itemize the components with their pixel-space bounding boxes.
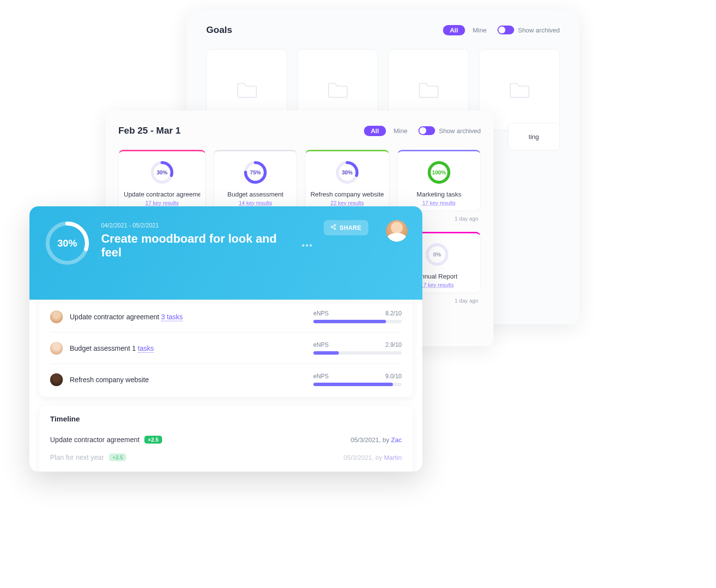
target-row: Budget assessment 1 tasks eNPS2.9/10 [50, 332, 402, 364]
tasks-link[interactable]: 3 tasks [161, 313, 183, 321]
detail-progress-pct: 30% [44, 220, 90, 266]
detail-header: 30% 04/2/2021 - 05/2/2021 Create moodboa… [29, 206, 422, 300]
share-button[interactable]: SHARE [324, 220, 368, 235]
target-label: Refresh company website [70, 376, 306, 384]
time-ago: 1 day ago [455, 216, 478, 222]
timeline-right: 05/3/2021, by Zac [351, 436, 402, 444]
progress-ring: 30% [335, 160, 359, 185]
key-results-link[interactable]: 22 key results [310, 200, 384, 206]
show-archived-toggle[interactable] [418, 126, 435, 135]
time-ago: 1 day ago [455, 298, 478, 304]
goal-row: 30% Update contractor agreemen 17 key re… [118, 150, 481, 211]
svg-point-11 [334, 224, 336, 226]
assignee-avatar[interactable] [50, 342, 63, 355]
key-results-link[interactable]: 17 key results [403, 200, 475, 206]
change-badge: +2.5 [109, 453, 127, 461]
target-label: Update contractor agreement 3 tasks [70, 313, 306, 321]
progress-ring: 75% [243, 160, 268, 185]
show-archived-label: Show archived [439, 127, 481, 135]
goal-detail-panel: 30% 04/2/2021 - 05/2/2021 Create moodboa… [29, 206, 422, 472]
timeline-left: Update contractor agreement +2.5 [50, 436, 162, 444]
svg-point-13 [334, 228, 336, 229]
goal-name: Marketing tasks [403, 191, 475, 198]
folder-icon [236, 81, 258, 99]
key-results-link[interactable]: 17 key results [124, 200, 200, 206]
timeline-left: Plan for next year +2.5 [50, 453, 126, 461]
timeline-date: 05/3/2021, by [351, 436, 389, 444]
partial-card-label: ting [529, 133, 539, 140]
progress-pct: 0% [425, 242, 449, 267]
detail-dates: 04/2/2021 - 05/2/2021 [101, 222, 313, 229]
goals-header: Goals All Mine Show archived [206, 25, 560, 35]
timeline-row: Plan for next year +2.5 05/3/2021, by Ma… [50, 448, 402, 466]
assignee-avatar[interactable] [50, 310, 63, 323]
filter-mine[interactable]: Mine [391, 126, 411, 136]
target-label: Budget assessment 1 tasks [70, 344, 306, 352]
timeline-label: Plan for next year [50, 453, 104, 461]
metric-label: eNPS [313, 373, 329, 380]
show-archived-toggle[interactable] [497, 26, 514, 34]
filter-all[interactable]: All [364, 126, 386, 136]
folder-icon [508, 81, 531, 99]
timeline-row: Update contractor agreement +2.5 05/3/20… [50, 431, 402, 448]
timeline-author[interactable]: Zac [391, 436, 402, 444]
timeline-author[interactable]: Martin [384, 454, 402, 461]
timeline-title: Timeline [50, 415, 402, 423]
timeline-date: 05/3/2021, by [343, 454, 382, 461]
tasks-link[interactable]: tasks [138, 344, 154, 353]
detail-title: Create moodboard for look and feel ••• [101, 232, 313, 259]
share-icon [330, 224, 336, 231]
goal-name: Budget assessment [219, 191, 292, 198]
goal-card[interactable]: 100% Marketing tasks 17 key results 1 da… [397, 150, 481, 211]
target-name: Budget assessment 1 [70, 344, 136, 352]
goal-card[interactable]: 30% Refresh company website 22 key resul… [305, 150, 389, 211]
change-badge: +2.5 [144, 436, 162, 444]
goal-name: Refresh company website [310, 191, 384, 198]
goal-name: Update contractor agreemen [124, 191, 200, 198]
folder-icon [327, 81, 349, 99]
show-archived-control: Show archived [418, 126, 481, 135]
progress-ring-large: 30% [44, 220, 90, 266]
filter-group: All Mine [364, 126, 411, 136]
goal-card[interactable]: 30% Update contractor agreemen 17 key re… [118, 150, 206, 211]
goals-header-controls: All Mine Show archived [443, 25, 560, 35]
metric-value: 2.9/10 [386, 341, 402, 348]
folder-icon [417, 81, 440, 99]
detail-title-text: Create moodboard for look and feel [101, 232, 297, 259]
progress-bar [313, 383, 402, 386]
week-title: Feb 25 - Mar 1 [118, 125, 181, 136]
progress-bar [313, 320, 402, 323]
metric-label: eNPS [313, 341, 329, 348]
week-header-controls: All Mine Show archived [364, 126, 481, 136]
metric: eNPS2.9/10 [313, 341, 402, 355]
metric-label: eNPS [313, 310, 329, 317]
show-archived-control: Show archived [497, 26, 560, 34]
assignee-avatar[interactable] [50, 373, 63, 386]
target-name: Update contractor agreement [70, 313, 159, 321]
metric: eNPS9.0/10 [313, 373, 402, 386]
owner-avatar[interactable] [386, 220, 408, 242]
goal-card[interactable]: 75% Budget assessment 14 key results [214, 150, 297, 211]
timeline-right: 05/3/2021, by Martin [343, 454, 402, 461]
metric-value: 9.0/10 [386, 373, 402, 380]
metric-value: 8.2/10 [386, 310, 402, 317]
share-label: SHARE [339, 224, 361, 231]
key-results-link[interactable]: 14 key results [219, 200, 292, 206]
filter-mine[interactable]: Mine [470, 25, 490, 35]
progress-pct: 30% [150, 160, 174, 185]
progress-pct: 30% [335, 160, 359, 185]
timeline-panel: Timeline Update contractor agreement +2.… [39, 406, 413, 472]
progress-ring: 0% [425, 242, 449, 267]
progress-pct: 75% [243, 160, 268, 185]
progress-bar [313, 351, 402, 355]
partial-card: ting [508, 123, 560, 150]
metric: eNPS8.2/10 [313, 310, 402, 323]
progress-ring: 30% [150, 160, 174, 185]
svg-point-12 [331, 226, 333, 228]
more-icon[interactable]: ••• [302, 241, 313, 250]
filter-group: All Mine [443, 25, 490, 35]
timeline-label: Update contractor agreement [50, 436, 139, 444]
show-archived-label: Show archived [518, 27, 560, 34]
filter-all[interactable]: All [443, 25, 465, 35]
progress-ring: 100% [427, 160, 451, 185]
